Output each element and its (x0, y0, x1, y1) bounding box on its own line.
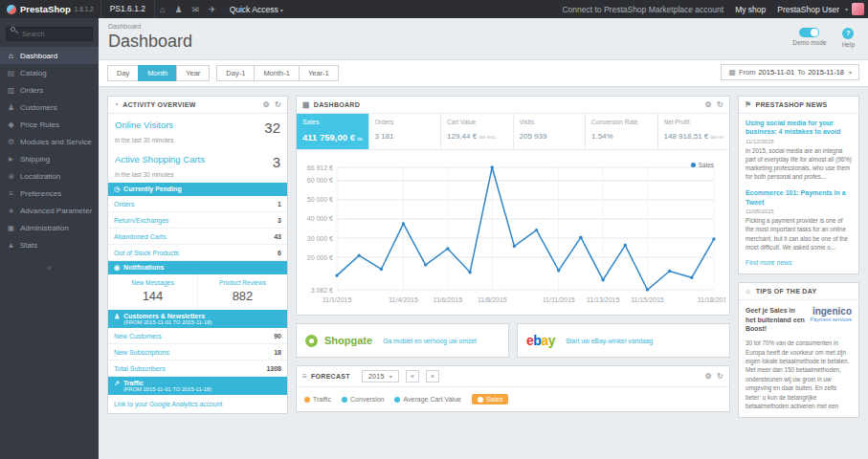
kpi-tile[interactable]: Sales 411 759,00 €tax exc. (297, 114, 369, 149)
shopgate-link[interactable]: Ga mobiel en verhoog uw omzet (383, 338, 500, 344)
legend-dot-icon (342, 397, 347, 403)
google-analytics-link[interactable]: Link to your Google Analytics account (108, 395, 287, 413)
stats-icon: ▲ (7, 241, 15, 250)
messages-icon[interactable]: ✉ (188, 5, 205, 14)
ingenico-logo: ingenico Payment services (811, 306, 852, 334)
sales-chart: 3 082 €20 000 €30 000 €40 000 €50 000 €6… (300, 156, 725, 307)
pending-row[interactable]: Orders 1 (108, 196, 287, 212)
help-icon[interactable]: ? (842, 28, 854, 39)
demo-mode-toggle[interactable] (799, 28, 819, 37)
row-label: Out of Stock Products (114, 250, 179, 256)
sidebar-item-localization[interactable]: ⊕ Localization (0, 167, 99, 185)
tips-of-the-day-panel: ☼ Tips of the day Geef je Sales in het b… (738, 282, 859, 418)
home-icon: ⌂ (7, 52, 15, 60)
employees-icon[interactable]: ♟ (169, 5, 187, 14)
kpi-tile[interactable]: Net Profit 148 918,51 €tax exc. (658, 114, 730, 149)
pending-clock-icon: ◷ (114, 186, 120, 193)
sidebar-item-orders[interactable]: ▥ Orders (0, 81, 99, 98)
pending-row[interactable]: Return/Exchanges 3 (108, 212, 287, 229)
kpi-value: 148 918,51 € (664, 132, 709, 141)
pending-row[interactable]: Out of Stock Products 6 (108, 245, 287, 261)
kpi-row: Sales 411 759,00 €tax exc. Orders 3 181 … (297, 114, 729, 150)
find-more-news-link[interactable]: Find more news (739, 254, 858, 273)
kpi-tile[interactable]: Conversion Rate 1.54% (586, 114, 658, 149)
panel-settings-icon[interactable]: ⚙ (263, 100, 270, 109)
panel-refresh-icon[interactable]: ↻ (717, 100, 723, 109)
date-to-value: 2015-11-18 (808, 68, 844, 76)
section-subtitle: (FROM 2015-11-01 TO 2015-11-18) (123, 386, 211, 392)
date-range-picker[interactable]: ▦ From 2015-11-01 To 2015-11-18 ▾ (721, 64, 859, 80)
section-title: Currently Pending (123, 186, 182, 192)
range-month-1-button[interactable]: Month-1 (254, 65, 300, 81)
pending-row[interactable]: Abandoned Carts 43 (108, 229, 287, 245)
ebay-link[interactable]: Start uw eBay-winkel vandaag (566, 338, 721, 344)
sidebar-item-dashboard[interactable]: ⌂ Dashboard (0, 47, 99, 64)
kpi-tile[interactable]: Cart Value 129,44 €tax exc. (441, 114, 514, 149)
customers-row[interactable]: New Subscriptions 18 (108, 344, 287, 361)
news-article: Using social media for your business: 4 … (739, 114, 858, 184)
panel-refresh-icon[interactable]: ↻ (275, 100, 281, 109)
shopgate-promo[interactable]: Shopgate Ga mobiel en verhoog uw omzet (296, 323, 509, 358)
notification-cell[interactable]: Product Reviews 882 (198, 274, 287, 310)
panel-settings-icon[interactable]: ⚙ (705, 372, 712, 381)
article-title-link[interactable]: Using social media for your business: 4 … (746, 119, 852, 137)
sidebar-item-label: Dashboard (20, 52, 57, 60)
section-title: Customers & Newsletters (123, 313, 205, 319)
onboarding-rocket-icon[interactable]: ✈ (204, 5, 221, 14)
sidebar-search-input[interactable] (6, 27, 93, 41)
sidebar-item-customers[interactable]: ♟ Customers (0, 98, 99, 116)
kpi-tax-note: tax exc. (479, 134, 497, 140)
online-visitors-link[interactable]: Online Visitors (115, 120, 173, 130)
ebay-promo[interactable]: ebay Start uw eBay-winkel vandaag (517, 323, 730, 358)
range-button-group: Day Month Year Day-1 Month-1 Year-1 (107, 65, 339, 81)
range-day-1-button[interactable]: Day-1 (216, 65, 255, 81)
kpi-tile[interactable]: Visits 205 939 (514, 114, 587, 149)
sidebar-item-stats[interactable]: ▲ Stats (0, 236, 99, 253)
notifications-header: ◉ Notifications (108, 261, 287, 274)
article-title-link[interactable]: Ecommerce 101: Payments in a Tweet (746, 188, 852, 207)
panel-settings-icon[interactable]: ⚙ (705, 100, 712, 109)
marketplace-link[interactable]: Connect to PrestaShop Marketplace accoun… (562, 5, 723, 14)
sidebar-item-administration[interactable]: ▣ Administration (0, 219, 99, 236)
active-carts-value: 3 (273, 154, 280, 170)
sidebar-item-shipping[interactable]: ► Shipping (0, 150, 99, 167)
quick-access-menu[interactable]: Quick Access▾ (221, 5, 292, 14)
gear-icon: ⚙ (7, 138, 15, 146)
range-month-button[interactable]: Month (138, 65, 177, 81)
sidebar-collapse-button[interactable]: « (0, 253, 99, 282)
next-year-button[interactable]: » (426, 370, 439, 382)
prev-year-button[interactable]: « (406, 370, 419, 382)
kpi-label: Net Profit (664, 119, 724, 125)
svg-text:50 000 €: 50 000 € (307, 196, 333, 203)
forecast-legend-item[interactable]: Conversion (342, 396, 384, 403)
sidebar-item-price-rules[interactable]: ◆ Price Rules (0, 116, 99, 133)
user-name: PrestaShop User (777, 5, 839, 14)
range-year-1-button[interactable]: Year-1 (299, 65, 339, 81)
range-year-button[interactable]: Year (176, 65, 210, 81)
range-day-button[interactable]: Day (107, 65, 139, 81)
notification-cell[interactable]: New Messages 144 (108, 274, 198, 310)
user-menu[interactable]: PrestaShop User ▾ (777, 3, 868, 15)
sidebar-item-advanced-parameters[interactable]: ∗ Advanced Parameters (0, 202, 99, 219)
prestashop-logo[interactable]: PrestaShop 1.6.1.2 (0, 4, 100, 14)
forecast-legend-item[interactable]: Sales (472, 394, 509, 404)
row-label: Return/Exchanges (114, 217, 169, 224)
svg-text:11/13/2015: 11/13/2015 (587, 296, 620, 303)
row-value: 3 (278, 217, 281, 224)
sidebar-item-catalog[interactable]: ▤ Catalog (0, 64, 99, 81)
sidebar-item-label: Preferences (20, 189, 61, 198)
forecast-legend-item[interactable]: Average Cart Value (394, 396, 460, 403)
sidebar-item-preferences[interactable]: ≡ Preferences (0, 185, 99, 202)
tips-headline: Geef je Sales in het buitenland een Boos… (746, 306, 806, 334)
active-carts-link[interactable]: Active Shopping Carts (115, 154, 205, 164)
shop-icon[interactable]: ⌂ (155, 5, 169, 14)
customers-row[interactable]: Total Subscribers 1308 (108, 361, 287, 377)
sidebar-item-modules[interactable]: ⚙ Modules and Services (0, 133, 99, 150)
customers-row[interactable]: New Customers 90 (108, 328, 287, 344)
kpi-tile[interactable]: Orders 3 181 (369, 114, 442, 149)
panel-refresh-icon[interactable]: ↻ (717, 372, 723, 381)
caret-down-icon: ▾ (389, 373, 392, 380)
my-shop-link[interactable]: My shop (735, 5, 766, 14)
year-select[interactable]: 2015 ▾ (362, 370, 399, 382)
forecast-legend-item[interactable]: Traffic (304, 396, 331, 403)
